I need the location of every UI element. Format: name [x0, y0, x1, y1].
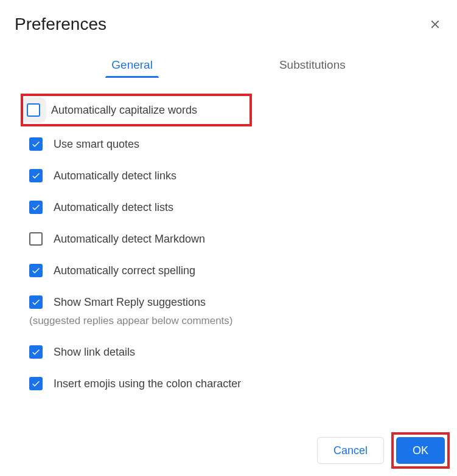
option-sublabel: (suggested replies appear below comments… [29, 315, 233, 327]
checkbox-emoji-colon[interactable] [29, 377, 43, 390]
option-label: Automatically correct spelling [54, 264, 195, 277]
checkbox-smart-reply[interactable] [29, 295, 43, 309]
cancel-button[interactable]: Cancel [317, 437, 384, 464]
option-label: Insert emojis using the colon character [54, 377, 241, 390]
checkbox-detect-links[interactable] [29, 169, 43, 182]
option-auto-capitalize: Automatically capitalize words [21, 94, 252, 126]
close-icon[interactable] [428, 17, 442, 32]
ok-button-highlight: OK [391, 432, 450, 469]
checkbox-link-details[interactable] [29, 345, 43, 359]
option-label: Show Smart Reply suggestions [54, 295, 233, 309]
option-link-details: Show link details [29, 345, 428, 359]
tab-substitutions[interactable]: Substitutions [277, 52, 348, 78]
option-detect-markdown: Automatically detect Markdown [29, 232, 428, 246]
tabs: General Substitutions [15, 52, 442, 78]
checkbox-detect-lists[interactable] [29, 201, 43, 214]
option-label: Automatically detect lists [54, 201, 173, 214]
option-smart-reply: Show Smart Reply suggestions (suggested … [29, 295, 428, 327]
checkbox-detect-markdown[interactable] [29, 232, 43, 246]
option-label: Automatically detect links [54, 169, 176, 182]
option-label: Use smart quotes [54, 137, 139, 151]
dialog-header: Preferences [15, 15, 442, 34]
option-label: Automatically detect Markdown [54, 232, 205, 246]
checkbox-smart-quotes[interactable] [29, 137, 43, 151]
checkbox-auto-capitalize[interactable] [27, 103, 40, 117]
preferences-dialog: Preferences General Substitutions Automa… [0, 0, 457, 390]
options-list: Automatically capitalize words Use smart… [15, 90, 442, 390]
option-emoji-colon: Insert emojis using the colon character [29, 377, 428, 390]
dialog-footer: Cancel OK [317, 432, 450, 469]
option-detect-lists: Automatically detect lists [29, 201, 428, 214]
option-smart-quotes: Use smart quotes [29, 137, 428, 151]
tab-general[interactable]: General [109, 52, 155, 78]
option-label: Automatically capitalize words [51, 103, 197, 117]
option-correct-spelling: Automatically correct spelling [29, 264, 428, 277]
ok-button[interactable]: OK [396, 437, 445, 464]
option-detect-links: Automatically detect links [29, 169, 428, 182]
checkbox-correct-spelling[interactable] [29, 264, 43, 277]
option-label: Show link details [54, 345, 135, 359]
dialog-title: Preferences [15, 15, 106, 34]
